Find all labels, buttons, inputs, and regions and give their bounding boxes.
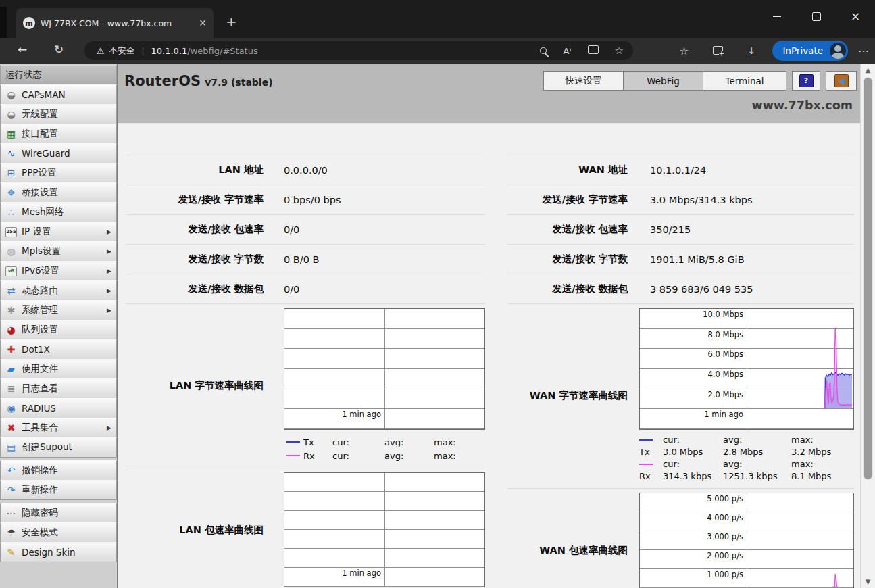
- sidebar-item-log[interactable]: ≣日志查看: [0, 378, 117, 399]
- browser-window: m WJ-77BX-COM - www.77bx.com ✕ + × ← ↻ ⚠…: [0, 0, 875, 588]
- webfig-button[interactable]: WebFig: [624, 71, 703, 91]
- sidebar-item-system[interactable]: ✱系统管理▶: [0, 300, 117, 320]
- redo-icon: ↷: [5, 485, 17, 496]
- legend-row-tx: Txcur:avg:max:: [284, 435, 485, 449]
- lan-packet-graph: 1 min ago: [284, 472, 485, 587]
- wan-packet-graph-row: WAN 包速率曲线图 5 000 p/s 4 000 p/s 3 000 p/s…: [507, 489, 854, 588]
- collections-icon[interactable]: ☆: [667, 45, 701, 57]
- tx-line-swatch: [639, 439, 653, 441]
- chevron-right-icon: ▶: [107, 424, 111, 431]
- wan-byte-graph-title: WAN 字节速率曲线图: [507, 389, 639, 402]
- manual-button[interactable]: ?: [792, 71, 820, 91]
- url-path[interactable]: /webfig/#Status: [187, 46, 257, 56]
- stat-row-wan-bytes: 发送/接收 字节数1901.1 MiB/5.8 GiB: [507, 245, 854, 274]
- sidebar-item-wireless[interactable]: ◒无线配置: [0, 104, 117, 124]
- sidebar-item-ipv6[interactable]: v6IPv6设置▶: [0, 261, 117, 281]
- new-tab-button[interactable]: +: [226, 15, 237, 28]
- back-button[interactable]: ←: [18, 43, 27, 56]
- supout-icon: ▤: [5, 442, 17, 454]
- browser-menu-button[interactable]: ⋯: [852, 45, 875, 57]
- product-title: RouterOS: [124, 73, 201, 89]
- add-favorite-icon[interactable]: ☆: [615, 45, 624, 57]
- read-aloud-icon[interactable]: A⁾: [563, 46, 571, 56]
- wan-byte-graph-row: WAN 字节速率曲线图 10.0 Mbps 8.0 Mbps 6.0 Mbps …: [507, 304, 854, 489]
- webfig-app: 运行状态 ◒CAPsMAN ◒无线配置 ▦接口配置 ∿WireGuard ⊞PP…: [0, 64, 875, 588]
- sidebar-item-safe-mode[interactable]: ☂安全模式: [0, 522, 117, 543]
- window-controls: ×: [757, 0, 875, 32]
- sidebar-item-hide-passwords[interactable]: ⋯隐藏密码: [0, 503, 117, 523]
- lan-byte-graph-title: LAN 字节速率曲线图: [126, 379, 284, 392]
- address-bar[interactable]: ⚠ 不安全 | 10.1.0.1 /webfig/#Status A⁾ ☆: [84, 41, 633, 60]
- legend-row-rx: Rxcur:avg:max:: [284, 449, 485, 462]
- product-version: v7.9 (stable): [205, 77, 272, 88]
- sidebar-item-mesh[interactable]: ∴Mesh网络: [0, 202, 117, 222]
- minimize-icon: [773, 16, 781, 17]
- stat-row-wan-packet-rate: 发送/接收 包速率350/215: [507, 215, 854, 245]
- tab-actions-icon[interactable]: [701, 45, 734, 57]
- password-key-icon[interactable]: [540, 46, 547, 56]
- sidebar-item-mpls[interactable]: ◍Mpls设置▶: [0, 241, 117, 262]
- page-scrollbar[interactable]: ▲ ▼: [860, 64, 875, 588]
- profile-avatar: [830, 43, 846, 59]
- sidebar-item-ppp[interactable]: ⊞PPP设置: [0, 163, 117, 183]
- minimize-button[interactable]: [757, 0, 797, 32]
- time-axis-label: 1 min ago: [342, 410, 381, 419]
- sidebar-item-queues[interactable]: ◕队列设置: [0, 320, 117, 340]
- sidebar-menu: 运行状态 ◒CAPsMAN ◒无线配置 ▦接口配置 ∿WireGuard ⊞PP…: [0, 64, 118, 588]
- site-watermark: www.77bx.com: [752, 99, 853, 112]
- legend-values-tx: Tx3.0 Mbps2.8 Mbps3.2 Mbps: [639, 446, 854, 458]
- sidebar-item-routing[interactable]: ⇄动态路由▶: [0, 280, 117, 301]
- close-button[interactable]: ×: [836, 0, 875, 32]
- scrollbar-thumb[interactable]: [863, 77, 873, 480]
- stat-row-lan-bytes: 发送/接收 字节数0 B/0 B: [126, 245, 485, 274]
- scroll-down-icon[interactable]: ▼: [861, 578, 875, 585]
- files-icon: ▰: [5, 364, 17, 375]
- sidebar-item-tools[interactable]: ✖工具集合▶: [0, 418, 117, 438]
- sidebar-item-undo[interactable]: ↶撤销操作: [0, 460, 117, 481]
- sidebar-item-make-supout[interactable]: ▤创建Supout: [0, 437, 117, 458]
- chevron-right-icon: ▶: [107, 228, 111, 235]
- sidebar-item-design-skin[interactable]: ✎Design Skin: [0, 542, 117, 562]
- tab-close-icon[interactable]: ✕: [199, 18, 207, 28]
- wan-packet-graph: 5 000 p/s 4 000 p/s 3 000 p/s 2 000 p/s …: [639, 493, 854, 588]
- refresh-button[interactable]: ↻: [54, 43, 64, 56]
- inprivate-badge[interactable]: InPrivate: [772, 41, 848, 61]
- stat-row-lan-address: LAN 地址0.0.0.0/0: [126, 155, 485, 185]
- sidebar-item-ip[interactable]: 255IP 设置▶: [0, 222, 117, 242]
- sidebar-item-bridge[interactable]: ❖桥接设置: [0, 182, 117, 203]
- sidebar-item-dot1x[interactable]: ✚Dot1X: [0, 339, 117, 360]
- toolbar-actions: ☆ ↓ InPrivate ⋯: [667, 38, 875, 64]
- sidebar-item-interfaces[interactable]: ▦接口配置: [0, 124, 117, 144]
- tabbar-edge: [0, 7, 7, 38]
- scroll-up-icon[interactable]: ▲: [861, 66, 875, 74]
- sidebar-item-files[interactable]: ▰使用文件: [0, 359, 117, 379]
- log-icon: ≣: [5, 383, 17, 395]
- sidebar-item-status[interactable]: 运行状态: [0, 65, 117, 85]
- maximize-button[interactable]: [797, 0, 836, 32]
- bridge-icon: ❖: [5, 187, 17, 199]
- terminal-button[interactable]: Terminal: [703, 71, 786, 91]
- url-host[interactable]: 10.1.0.1: [151, 46, 188, 56]
- quick-set-button[interactable]: 快速设置: [543, 71, 624, 91]
- sidebar-item-redo[interactable]: ↷重新操作: [0, 480, 117, 500]
- sidebar-item-capsman[interactable]: ◒CAPsMAN: [0, 84, 117, 105]
- undo-icon: ↶: [5, 465, 17, 476]
- browser-tab[interactable]: m WJ-77BX-COM - www.77bx.com ✕: [16, 8, 214, 38]
- downloads-button[interactable]: ↓: [734, 44, 768, 57]
- stat-row-lan-packet-rate: 发送/接收 包速率0/0: [126, 215, 485, 245]
- sidebar-item-wireguard[interactable]: ∿WireGuard: [0, 143, 117, 164]
- not-secure-warning-icon[interactable]: ⚠: [97, 46, 105, 56]
- sidebar-item-radius[interactable]: ◉RADIUS: [0, 398, 117, 418]
- tab-title: WJ-77BX-COM - www.77bx.com: [41, 18, 195, 28]
- wan-column: WAN 地址10.1.0.1/24 发送/接收 字节速率3.0 Mbps/314…: [507, 155, 854, 588]
- close-icon: ×: [851, 9, 860, 23]
- not-secure-label[interactable]: 不安全: [109, 45, 135, 57]
- split-screen-icon[interactable]: [588, 45, 599, 56]
- download-icon: ↓: [747, 45, 757, 57]
- lan-byte-graph-row: LAN 字节速率曲线图 1 min ago: [126, 304, 485, 468]
- logout-button[interactable]: ◀: [826, 71, 857, 91]
- webfig-header: RouterOSv7.9 (stable) 快速设置 WebFig Termin…: [118, 64, 860, 124]
- maximize-icon: [812, 12, 821, 21]
- stat-row-lan-byte-rate: 发送/接收 字节速率0 bps/0 bps: [126, 185, 485, 215]
- lan-column: LAN 地址0.0.0.0/0 发送/接收 字节速率0 bps/0 bps 发送…: [126, 155, 485, 588]
